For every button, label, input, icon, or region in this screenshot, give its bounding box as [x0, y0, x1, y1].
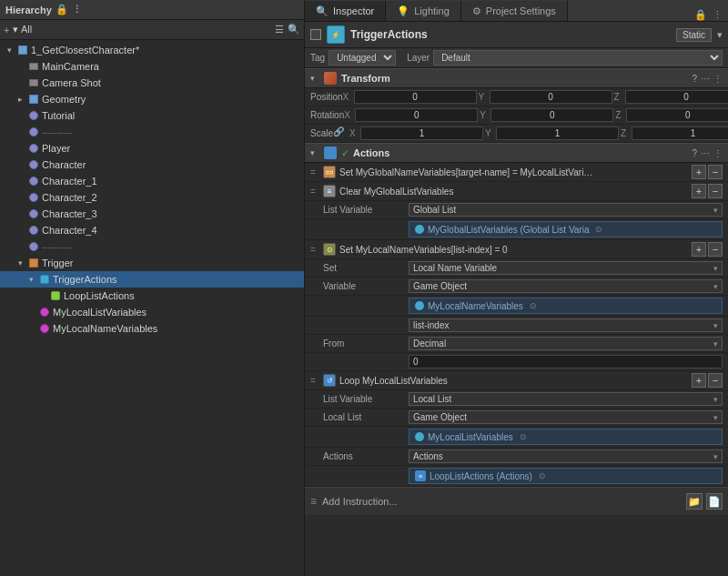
actions-expand-arrow[interactable]: ▾ [310, 148, 319, 157]
add-action-btn[interactable]: + [692, 184, 706, 198]
loop-icon [49, 289, 62, 302]
hierarchy-item-player[interactable]: Player [0, 140, 304, 157]
tab-lighting[interactable]: 💡 Lighting [386, 1, 461, 21]
settings-tab-label: Project Settings [486, 5, 556, 16]
hierarchy-item-character3[interactable]: Character_3 [0, 206, 304, 222]
loop-action-icon: ↺ [323, 374, 336, 387]
from-dropdown[interactable]: Decimal ▾ [409, 337, 723, 350]
add-action-btn[interactable]: + [692, 242, 706, 257]
more-icon[interactable]: ⋮ [713, 74, 723, 84]
help-icon[interactable]: ? [692, 148, 697, 158]
set-icon: ## [323, 166, 336, 178]
scale-z-input[interactable] [632, 126, 728, 140]
actions-section-title: Actions [353, 147, 688, 158]
hierarchy-item-character2[interactable]: Character_2 [0, 189, 304, 206]
lock-icon[interactable]: 🔒 [694, 9, 707, 21]
z-label: Z [621, 128, 630, 138]
loop-list-dropdown[interactable]: Local List ▾ [409, 392, 723, 406]
hierarchy-item-tutorial[interactable]: Tutorial [0, 107, 304, 124]
ref-label: LoopListActions (Actions) [430, 471, 532, 481]
looplistactions-ref: ≡ LoopListActions (Actions) ⊙ [409, 468, 723, 484]
dropdown-arrow: ▾ [713, 395, 718, 404]
more-icon[interactable]: ⋮ [713, 9, 723, 21]
rotation-x-group: X [344, 108, 478, 122]
scale-y-input[interactable] [496, 126, 619, 140]
target-icon[interactable]: ⊙ [517, 430, 530, 443]
remove-action-btn[interactable]: − [708, 165, 723, 179]
dropdown-arrow: ▾ [713, 206, 718, 215]
add-instruction-icons: 📁 📄 [686, 493, 723, 510]
x-label: X [349, 128, 359, 138]
hierarchy-item-geometry[interactable]: ▸ Geometry [0, 91, 304, 107]
tag-dropdown[interactable]: Untagged [329, 50, 396, 66]
tree-item-label: Character_2 [42, 192, 97, 203]
filter-icon[interactable]: ☰ [275, 24, 284, 35]
settings-icon[interactable]: ⋯ [701, 148, 710, 158]
settings-icon[interactable]: ⋯ [701, 74, 710, 84]
var1-icon [38, 306, 51, 318]
file-icon[interactable]: 📄 [706, 493, 723, 510]
list-index-dropdown[interactable]: list-index ▾ [409, 318, 723, 332]
tab-inspector[interactable]: 🔍 Inspector [305, 1, 386, 21]
rotation-z-input[interactable] [626, 108, 728, 122]
set-dropdown[interactable]: Local Name Variable ▾ [409, 261, 723, 275]
hierarchy-item-root[interactable]: ▾ 1_GetClosestCharacter* [0, 42, 304, 58]
target-icon[interactable]: ⊙ [527, 299, 540, 312]
add-btn[interactable]: + [4, 25, 9, 35]
add-instruction-bar[interactable]: ≡ Add Instruction... 📁 📄 [305, 487, 728, 515]
local-name-ref: MyLocalNameVariables ⊙ [409, 298, 723, 314]
hierarchy-item-mylocal2[interactable]: MyLocalNameVariables [0, 320, 304, 337]
hierarchy-item-camerashot[interactable]: Camera Shot [0, 75, 304, 91]
static-button[interactable]: Static [676, 28, 712, 42]
remove-action-btn[interactable]: − [708, 184, 723, 198]
search-icon[interactable]: 🔍 [288, 24, 300, 35]
hierarchy-item-triggeractions[interactable]: ▾ TriggerActions [0, 271, 304, 288]
layer-dropdown[interactable]: Default [433, 50, 723, 66]
local-list-dropdown[interactable]: Game Object ▾ [409, 410, 723, 424]
add-action-btn[interactable]: + [692, 165, 706, 179]
position-y-input[interactable] [490, 90, 612, 104]
hierarchy-item-character[interactable]: Character [0, 157, 304, 173]
object-name: TriggerActions [350, 28, 671, 41]
from-value-input[interactable] [409, 355, 723, 369]
inspector-content: ⚡ TriggerActions Static ▾ Tag Untagged L… [305, 22, 728, 576]
target-icon[interactable]: ⊙ [536, 470, 549, 482]
position-x-input[interactable] [354, 90, 477, 104]
character2-icon [27, 191, 40, 204]
lock-icon[interactable]: 🔒 [56, 4, 68, 15]
active-checkbox[interactable] [310, 29, 321, 40]
hierarchy-item-trigger[interactable]: ▾ Trigger [0, 255, 304, 271]
target-icon[interactable]: ⊙ [592, 223, 605, 236]
scale-x-input[interactable] [360, 126, 483, 140]
folder-icon[interactable]: 📁 [686, 493, 703, 510]
global-list-ref: MyGlobalListVariables (Global List Varia… [409, 221, 723, 237]
remove-action-btn[interactable]: − [708, 373, 723, 388]
remove-action-btn[interactable]: − [708, 242, 723, 257]
hierarchy-item-character4[interactable]: Character_4 [0, 222, 304, 238]
tree-item-label: 1_GetClosestCharacter* [31, 45, 139, 56]
static-dropdown-arrow[interactable]: ▾ [717, 29, 723, 41]
more-icon[interactable]: ⋮ [713, 148, 723, 158]
lighting-tab-label: Lighting [414, 5, 450, 16]
hierarchy-item-mylocal1[interactable]: MyLocalListVariables [0, 304, 304, 320]
rotation-y-input[interactable] [490, 108, 613, 122]
rotation-x-input[interactable] [355, 108, 478, 122]
settings-tab-icon: ⚙ [472, 5, 481, 17]
tab-project-settings[interactable]: ⚙ Project Settings [461, 1, 568, 21]
transform-expand-arrow[interactable]: ▾ [310, 74, 319, 83]
position-z-input[interactable] [625, 90, 728, 104]
hierarchy-item-looplistactions[interactable]: LoopListActions [0, 288, 304, 304]
menu-icon[interactable]: ⋮ [72, 4, 82, 15]
help-icon[interactable]: ? [692, 74, 697, 84]
add-action-btn[interactable]: + [692, 373, 706, 388]
eq-icon: = [310, 376, 319, 386]
inspector-tab-icon: 🔍 [316, 5, 329, 17]
actions-dropdown[interactable]: Actions ▾ [409, 450, 723, 463]
scale-lock-icon[interactable]: 🔗 [333, 126, 344, 140]
hierarchy-item-maincamera[interactable]: MainCamera [0, 58, 304, 75]
variable-dropdown[interactable]: Game Object ▾ [409, 279, 723, 293]
all-label: ▾ All [13, 24, 32, 35]
list-variable-dropdown[interactable]: Global List ▾ [409, 203, 723, 217]
hierarchy-item-character1[interactable]: Character_1 [0, 173, 304, 189]
dropdown-value: Decimal [413, 339, 446, 349]
